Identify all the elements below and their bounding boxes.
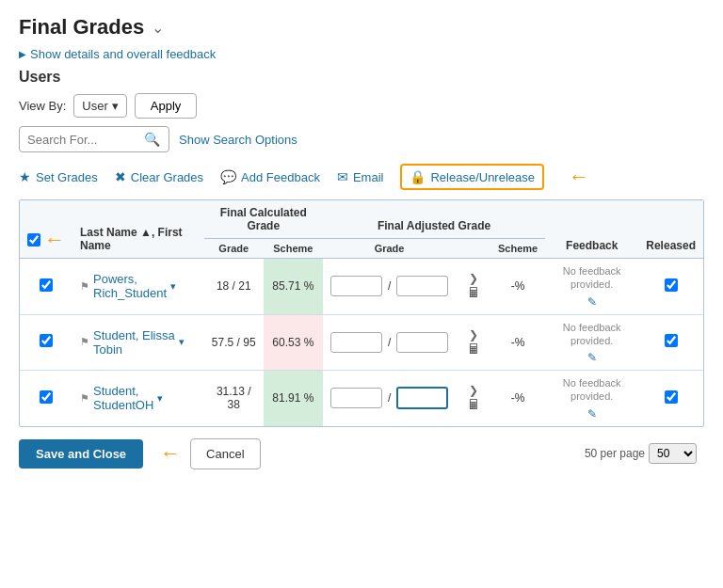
- select-chevron-icon: ▾: [112, 99, 119, 113]
- title-chevron-icon[interactable]: ⌄: [152, 19, 164, 37]
- student-name-cell: ⚑ Student, ElissaTobin ▾: [72, 314, 204, 371]
- email-button[interactable]: ✉ Email: [337, 166, 384, 188]
- adj-scheme-cell: -%: [490, 371, 545, 426]
- calc-grade-cell: 18 / 21: [204, 259, 264, 315]
- per-page-select[interactable]: 50 25 100: [649, 443, 697, 464]
- row-checkbox[interactable]: [40, 390, 53, 404]
- adj-grade-input-1[interactable]: [330, 388, 382, 408]
- per-page-selector: 50 per page 50 25 100: [577, 439, 704, 468]
- calc-grade-cell: 57.5 / 95: [204, 314, 264, 371]
- header-checkbox-cell: ←: [20, 200, 72, 259]
- released-checkbox[interactable]: [665, 334, 678, 347]
- add-feedback-icon: 💬: [220, 169, 236, 184]
- adj-arrow-cell: ❯ 🖩: [456, 314, 490, 371]
- section-title: Users: [19, 69, 704, 86]
- release-icon: 🔒: [410, 169, 426, 184]
- sub-adj-scheme-header: Scheme: [490, 239, 545, 259]
- student-name[interactable]: Powers,Rich_Student: [93, 272, 167, 300]
- edit-feedback-icon[interactable]: ✎: [553, 351, 631, 364]
- feedback-cell: No feedback provided. ✎: [545, 314, 638, 371]
- email-icon: ✉: [337, 169, 348, 184]
- calc-scheme-cell: 81.91 %: [264, 371, 323, 426]
- search-icon: 🔍: [144, 132, 160, 147]
- student-name[interactable]: Student,StudentOH: [93, 384, 153, 412]
- flag-icon: ⚑: [80, 336, 89, 348]
- student-chevron-icon[interactable]: ▾: [170, 280, 176, 293]
- adj-arrow-cell: ❯ 🖩: [456, 259, 490, 315]
- set-grades-button[interactable]: ★ Set Grades: [19, 166, 98, 188]
- clear-grades-button[interactable]: ✖ Clear Grades: [115, 166, 203, 188]
- col-final-calc-header: Final Calculated Grade: [204, 200, 323, 239]
- row-checkbox-cell: [20, 314, 72, 371]
- release-arrow-annotation: ←: [569, 165, 589, 189]
- adj-grade-input-1[interactable]: [330, 332, 382, 353]
- view-by-select[interactable]: User ▾: [73, 94, 126, 118]
- adj-grade-input-2[interactable]: [396, 332, 448, 353]
- adj-grade-inputs-cell: /: [323, 314, 456, 371]
- student-chevron-icon[interactable]: ▾: [157, 392, 163, 405]
- table-row: ⚑ Powers,Rich_Student ▾ 18 / 21 85.71 %: [20, 259, 703, 315]
- search-input[interactable]: [27, 133, 140, 147]
- sub-calc-grade-header: Grade: [204, 239, 264, 259]
- row-checkbox-cell: [20, 371, 72, 426]
- student-name[interactable]: Student, ElissaTobin: [93, 328, 175, 357]
- page-title: Final Grades: [19, 15, 144, 40]
- checkbox-arrow-annotation: ←: [44, 228, 65, 252]
- clear-grades-icon: ✖: [115, 169, 126, 184]
- row-checkbox[interactable]: [40, 278, 53, 292]
- add-feedback-button[interactable]: 💬 Add Feedback: [220, 166, 320, 188]
- calc-scheme-cell: 85.71 %: [264, 259, 323, 315]
- view-by-label: View By:: [19, 99, 66, 113]
- sub-adj-grade-header: Grade: [323, 239, 456, 259]
- save-arrow-annotation: ←: [160, 441, 181, 466]
- cancel-button[interactable]: Cancel: [190, 438, 260, 469]
- calc-grade-cell: 31.13 / 38: [204, 371, 264, 426]
- released-cell: [638, 371, 703, 426]
- release-unrelease-wrapper: 🔒 Release/Unrelease: [400, 164, 544, 190]
- table-row: ⚑ Student,StudentOH ▾ 31.13 / 38 81.91 %: [20, 371, 703, 426]
- grades-table: ← Last Name ▲, First Name Final Calculat…: [20, 200, 703, 426]
- adj-grade-input-2-focused[interactable]: [396, 387, 448, 409]
- table-row: ⚑ Student, ElissaTobin ▾ 57.5 / 95 60.53…: [20, 314, 703, 371]
- flag-icon: ⚑: [80, 392, 89, 405]
- col-final-adj-header: Final Adjusted Grade: [323, 200, 545, 239]
- save-and-close-button[interactable]: Save and Close: [19, 439, 143, 469]
- flag-icon: ⚑: [80, 280, 89, 293]
- show-search-options-link[interactable]: Show Search Options: [179, 133, 297, 147]
- adj-grade-inputs-cell: /: [323, 259, 456, 315]
- chevron-right-icon: ❯: [469, 272, 478, 285]
- grades-table-wrapper: ← Last Name ▲, First Name Final Calculat…: [19, 199, 704, 427]
- col-released-header: Released: [638, 200, 703, 259]
- calculator-icon[interactable]: 🖩: [467, 342, 480, 357]
- release-unrelease-button[interactable]: 🔒 Release/Unrelease: [402, 166, 542, 188]
- col-student-name-header: Last Name ▲, First Name: [72, 200, 204, 259]
- adj-grade-input-1[interactable]: [330, 276, 382, 296]
- sub-adj-blank-header: [456, 239, 490, 259]
- student-name-cell: ⚑ Student,StudentOH ▾: [72, 371, 204, 426]
- set-grades-icon: ★: [19, 169, 31, 184]
- row-checkbox[interactable]: [40, 334, 53, 347]
- adj-grade-input-2[interactable]: [396, 276, 448, 296]
- released-checkbox[interactable]: [665, 390, 678, 404]
- row-checkbox-cell: [20, 259, 72, 315]
- chevron-right-icon: ❯: [469, 384, 478, 397]
- search-box: 🔍: [19, 126, 169, 152]
- bottom-bar: Save and Close ← Cancel 50 per page 50 2…: [19, 438, 704, 469]
- adj-scheme-cell: -%: [490, 259, 545, 315]
- calculator-icon[interactable]: 🖩: [467, 397, 480, 412]
- adj-arrow-cell: ❯ 🖩: [456, 371, 490, 426]
- edit-feedback-icon[interactable]: ✎: [553, 407, 631, 421]
- released-checkbox[interactable]: [665, 278, 678, 292]
- chevron-right-icon: ❯: [469, 328, 478, 342]
- released-cell: [638, 314, 703, 371]
- calculator-icon[interactable]: 🖩: [467, 285, 480, 300]
- select-all-checkbox[interactable]: [27, 233, 40, 246]
- released-cell: [638, 259, 703, 315]
- show-details-link[interactable]: Show details and overall feedback: [19, 47, 704, 61]
- sub-calc-scheme-header: Scheme: [264, 239, 323, 259]
- col-feedback-header: Feedback: [545, 200, 638, 259]
- apply-button[interactable]: Apply: [135, 93, 198, 119]
- feedback-cell: No feedback provided. ✎: [545, 259, 638, 315]
- edit-feedback-icon[interactable]: ✎: [553, 295, 631, 309]
- student-chevron-icon[interactable]: ▾: [179, 336, 185, 348]
